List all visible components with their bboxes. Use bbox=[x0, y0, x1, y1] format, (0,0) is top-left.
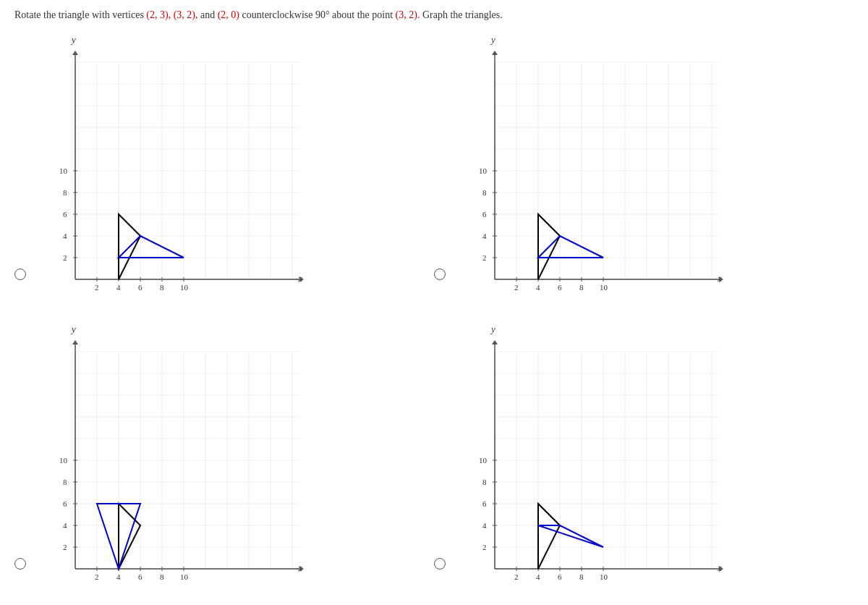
graph-wrapper-2: y x bbox=[451, 30, 726, 305]
tick-y1-1: 2 bbox=[63, 253, 67, 262]
tick-y4-4: 8 bbox=[482, 478, 487, 486]
y-axis-label-2: y bbox=[490, 34, 495, 45]
graph-wrapper-4: y x bbox=[451, 319, 726, 594]
vertex3: (2, 0) bbox=[218, 9, 239, 20]
tick-y1-2: 2 bbox=[482, 253, 487, 262]
tick-x3-2: 6 bbox=[558, 283, 562, 292]
y-axis-label-1: y bbox=[70, 34, 76, 45]
tick-x2-2: 4 bbox=[536, 283, 540, 292]
tick-x1-2: 2 bbox=[514, 283, 519, 292]
vertex1: (2, 3), bbox=[146, 9, 171, 20]
radio-2[interactable] bbox=[434, 268, 446, 280]
rotated-triangle-1 bbox=[119, 236, 184, 258]
tick-y3-2: 6 bbox=[482, 210, 487, 219]
tick-y1-4: 2 bbox=[482, 543, 487, 551]
graph-option-1: y x bbox=[14, 30, 434, 305]
tick-y1-3: 2 bbox=[63, 543, 67, 551]
tick-x3-3: 6 bbox=[138, 572, 142, 581]
svg-marker-97 bbox=[72, 340, 78, 344]
graph-svg-3: y x bbox=[32, 319, 307, 594]
radio-3[interactable] bbox=[14, 558, 26, 570]
problem-statement: Rotate the triangle with vertices (2, 3)… bbox=[14, 7, 854, 22]
y-axis-label-3: y bbox=[70, 323, 76, 334]
y-axis-label-4: y bbox=[490, 323, 495, 334]
tick-y4-2: 8 bbox=[482, 188, 487, 197]
rotated-triangle-4 bbox=[538, 525, 603, 547]
tick-x1-4: 2 bbox=[514, 572, 519, 581]
tick-y3-1: 6 bbox=[63, 210, 67, 219]
tick-x2-4: 4 bbox=[536, 572, 540, 581]
and-word: and bbox=[200, 9, 215, 20]
tick-x5-2: 10 bbox=[600, 283, 608, 292]
svg-marker-25 bbox=[72, 51, 78, 55]
tick-x4-1: 8 bbox=[160, 283, 164, 292]
tick-x3-4: 6 bbox=[558, 572, 562, 581]
tick-x2-1: 4 bbox=[116, 283, 121, 292]
tick-y2-2: 4 bbox=[482, 232, 487, 240]
rotated-triangle-2 bbox=[538, 236, 603, 258]
tick-y3-3: 6 bbox=[63, 499, 67, 508]
tick-y2-3: 4 bbox=[63, 521, 67, 530]
tick-y3-4: 6 bbox=[482, 499, 487, 508]
tick-x5-3: 10 bbox=[180, 572, 189, 581]
vertex2: (3, 2), bbox=[174, 9, 198, 20]
tick-x4-3: 8 bbox=[160, 572, 164, 581]
tick-x2-3: 4 bbox=[116, 572, 121, 581]
tick-y5-2: 10 bbox=[479, 166, 488, 175]
graph-svg-1: y x bbox=[32, 30, 307, 305]
tick-y5-3: 10 bbox=[59, 456, 68, 465]
original-triangle-4 bbox=[538, 504, 560, 569]
graph-option-2: y x bbox=[434, 30, 854, 305]
tick-x5-4: 10 bbox=[600, 572, 608, 581]
graph-svg-4: y x bbox=[451, 319, 726, 594]
graph-svg-2: y x bbox=[451, 30, 726, 305]
tick-x1-3: 2 bbox=[95, 572, 99, 581]
tick-y2-1: 4 bbox=[63, 232, 67, 240]
tick-y2-4: 4 bbox=[482, 521, 487, 530]
graph-option-3: y x bbox=[14, 319, 434, 594]
tick-y5-1: 10 bbox=[59, 166, 68, 175]
graph-wrapper-3: y x bbox=[32, 319, 307, 594]
center-point: (3, 2). bbox=[396, 9, 420, 20]
graphs-container: y x bbox=[14, 30, 854, 594]
graph-wrapper-1: y x bbox=[32, 30, 307, 305]
tick-x3-1: 6 bbox=[138, 283, 142, 292]
graph-option-4: y x bbox=[434, 319, 854, 594]
radio-1[interactable] bbox=[14, 268, 26, 280]
tick-y4-3: 8 bbox=[63, 478, 67, 486]
tick-x4-2: 8 bbox=[579, 283, 584, 292]
tick-x5-1: 10 bbox=[180, 283, 189, 292]
tick-y4-1: 8 bbox=[63, 188, 67, 197]
svg-marker-61 bbox=[492, 51, 498, 55]
tick-x4-4: 8 bbox=[579, 572, 584, 581]
svg-marker-133 bbox=[492, 340, 498, 344]
radio-4[interactable] bbox=[434, 558, 446, 570]
tick-x1-1: 2 bbox=[95, 283, 99, 292]
tick-y5-4: 10 bbox=[479, 456, 488, 465]
